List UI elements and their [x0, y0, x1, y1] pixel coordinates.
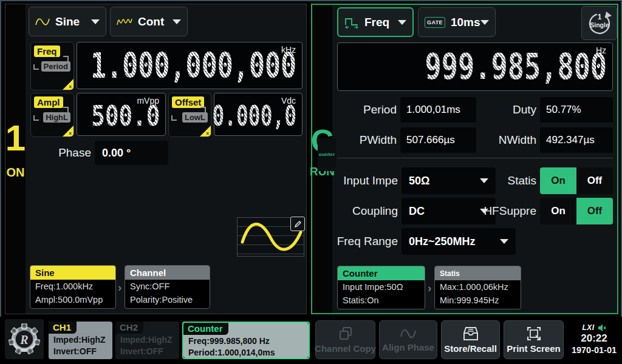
input-impedance-value: 50Ω — [409, 175, 429, 187]
phase-value: 0.00 ° — [102, 147, 131, 160]
counter-tab-period: Period:1.000,014,0ms — [188, 347, 305, 359]
counter-display-value: 999.985,800 — [425, 46, 607, 87]
statis-info-card[interactable]: Statis Max:1.000,06kHz Min:999.945Hz — [434, 266, 521, 309]
continuous-wave-icon — [117, 17, 132, 27]
corner-bracket-icon — [63, 107, 69, 112]
corner-bracket-icon — [33, 64, 39, 70]
gear-r-logo: R — [7, 322, 41, 356]
counter-content: Freq GATE 10ms 1 Single Hz 999.985,800 — [332, 5, 617, 313]
statis-off-option[interactable]: Off — [576, 167, 613, 194]
nwidth-value-box: 492.347µs — [540, 127, 613, 153]
freq-display[interactable]: kHz 1.000,000,000 — [77, 42, 302, 89]
hfsuppre-toggle: On Off — [540, 198, 613, 224]
sine-wave-icon — [35, 17, 50, 27]
nwidth-label: NWidth — [460, 127, 536, 153]
statis-toggle: On Off — [540, 167, 613, 194]
chevron-down-icon — [173, 19, 181, 24]
edit-triangle-mark: x — [69, 130, 72, 136]
measure-type-select[interactable]: Freq — [337, 7, 414, 37]
mode-select[interactable]: Cont — [110, 7, 188, 36]
edit-triangle-icon — [63, 126, 73, 136]
lowlevel-alt-label: LowL — [182, 112, 208, 123]
ampl-param-button[interactable]: Ampl HighL x — [30, 93, 74, 137]
edit-waveform-button[interactable] — [290, 217, 305, 231]
single-count: 1 — [597, 13, 601, 21]
counter-card-title: Counter — [338, 266, 425, 280]
statis-on-option[interactable]: On — [540, 167, 576, 194]
counter-card-impedance: Input Impe:50Ω — [338, 280, 425, 294]
statis-label: Statis — [460, 167, 536, 194]
gate-badge: GATE — [425, 17, 445, 28]
single-measure-button[interactable]: 1 Single — [581, 6, 617, 40]
sine-card-freq: Freq:1.000kHz — [30, 280, 115, 293]
counter-tab-freq: Freq:999.985,800 Hz — [188, 335, 305, 347]
channel-card-sync: Sync:OFF — [125, 280, 210, 293]
counter-logo: C ounter — [311, 125, 334, 157]
counter-info-card[interactable]: Counter Input Impe:50Ω Statis:On — [337, 266, 425, 309]
offset-display[interactable]: Vdc 0.000,0 — [214, 93, 302, 136]
align-phase-button[interactable]: Align Phase — [379, 320, 437, 359]
svg-text:R: R — [19, 333, 28, 346]
corner-bracket-icon — [200, 107, 206, 112]
period-value: 1.000,01ms — [406, 104, 460, 116]
tab-ch2[interactable]: Imped:HighZ Invert:OFF CH2 — [115, 322, 179, 359]
counter-panel: C ounter RUN Freq GATE 10ms — [311, 4, 618, 314]
offset-param-button[interactable]: Offset LowL x — [168, 93, 211, 137]
tab-counter[interactable]: Freq:999.985,800 Hz Period:1.000,014,0ms… — [182, 322, 310, 359]
store-recall-button[interactable]: Store/Recall — [441, 320, 500, 359]
mode-select-label: Cont — [138, 15, 164, 29]
sine-info-card[interactable]: Sine Freq:1.000kHz Ampl:500.0mVpp — [30, 265, 116, 309]
waveform-select[interactable]: Sine — [29, 7, 106, 36]
counter-freq-display: Hz 999.985,800 — [337, 42, 613, 91]
channel-info-card[interactable]: Channel Sync:OFF Polarity:Positive — [125, 265, 210, 309]
offset-param-label: Offset — [172, 96, 204, 108]
tab-counter-title: Counter — [183, 323, 228, 335]
channel-number: 1 — [5, 121, 26, 156]
wave-icon — [399, 327, 417, 340]
freq-param-label: Freq — [34, 46, 60, 57]
hfsuppre-off-option[interactable]: Off — [576, 198, 613, 224]
freq-value: 1.000,000,000 — [91, 46, 296, 86]
freq-range-select[interactable]: 0Hz~250MHz — [402, 228, 516, 255]
channel-card-title: Channel — [125, 266, 210, 280]
channel1-content: Sine Cont Freq Period x kHz — [26, 4, 306, 314]
ch1-impedance: Imped:HighZ — [53, 334, 109, 346]
print-screen-button[interactable]: Print Screen — [504, 320, 564, 359]
channel1-panel: 1 ON Sine Cont Freq Period — [5, 4, 307, 314]
clock-date: 1970-01-01 — [572, 345, 617, 355]
copy-icon — [338, 326, 354, 342]
ampl-display[interactable]: mVpp 500.0 — [77, 93, 166, 136]
measure-type-label: Freq — [364, 16, 389, 29]
channel-copy-button[interactable]: Channel Copy — [315, 320, 375, 359]
gate-time-select[interactable]: GATE 10ms — [418, 7, 496, 37]
pwidth-label: PWidth — [332, 127, 397, 153]
system-menu-button[interactable]: R — [5, 319, 44, 359]
store-recall-label: Store/Recall — [444, 343, 497, 354]
freq-param-button[interactable]: Freq Period x — [30, 42, 74, 90]
pencil-icon — [294, 220, 302, 228]
ch2-impedance: Imped:HighZ — [120, 334, 176, 346]
edit-triangle-icon — [63, 79, 73, 90]
phase-label: Phase — [26, 141, 91, 165]
statis-card-title: Statis — [435, 266, 521, 280]
single-label: Single — [590, 21, 609, 29]
highlevel-alt-label: HighL — [43, 112, 70, 123]
ampl-param-label: Ampl — [34, 96, 63, 108]
input-impedance-label: Input Impe — [332, 167, 398, 194]
offset-value: 0.000,0 — [212, 99, 296, 132]
hfsuppre-on-option[interactable]: On — [540, 198, 576, 224]
ampl-value: 500.0 — [91, 99, 160, 132]
channel-card-polarity: Polarity:Positive — [125, 293, 210, 306]
ch1-invert: Invert:OFF — [53, 346, 109, 357]
section-divider — [337, 158, 613, 158]
duty-value: 50.77% — [546, 104, 581, 116]
card-separator-chevron: › — [428, 281, 431, 295]
coupling-label: Coupling — [332, 198, 398, 224]
phase-field[interactable]: 0.00 ° — [95, 141, 168, 165]
status-area: LXI 20:22 1970-01-01 — [567, 319, 621, 359]
waveform-preview[interactable] — [237, 217, 304, 257]
channel-on-state: ON — [7, 166, 25, 180]
tab-ch1[interactable]: Imped:HighZ Invert:OFF CH1 — [49, 322, 112, 359]
instrument-screen: 1 ON Sine Cont Freq Period — [0, 0, 622, 364]
duty-label: Duty — [460, 97, 536, 123]
